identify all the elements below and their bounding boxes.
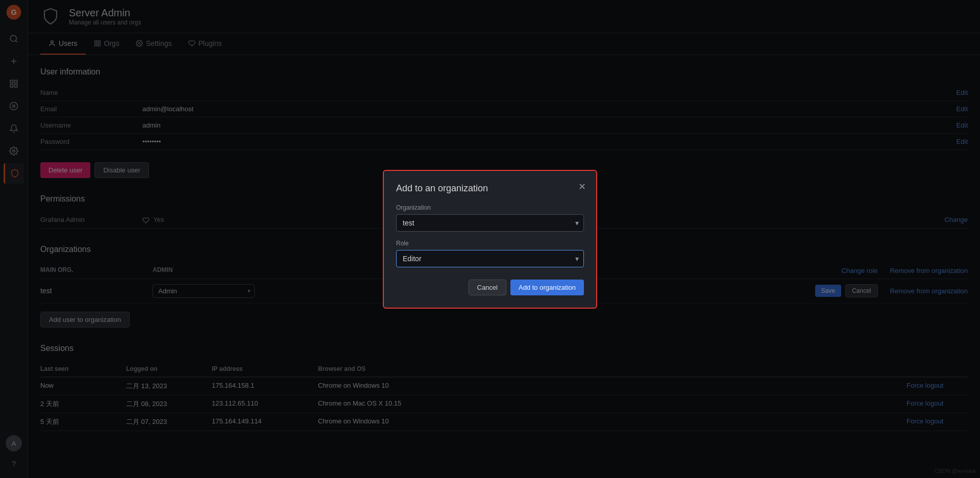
role-select-wrapper: Viewer Editor Admin [396, 250, 584, 267]
modal-confirm-button[interactable]: Add to organization [510, 280, 584, 295]
modal-cancel-button[interactable]: Cancel [469, 280, 506, 295]
modal-overlay: Add to an organization ✕ Organization te… [0, 0, 980, 478]
org-select[interactable]: test Main Org. [396, 214, 584, 232]
role-field-label: Role [396, 240, 584, 247]
role-select[interactable]: Viewer Editor Admin [396, 250, 584, 267]
modal-close-button[interactable]: ✕ [576, 179, 588, 194]
modal-title: Add to an organization [396, 183, 584, 194]
org-field-label: Organization [396, 204, 584, 211]
modal-actions: Cancel Add to organization [396, 280, 584, 295]
org-select-wrapper: test Main Org. [396, 214, 584, 232]
add-to-org-modal: Add to an organization ✕ Organization te… [383, 170, 597, 309]
org-field: Organization test Main Org. [396, 204, 584, 232]
role-field: Role Viewer Editor Admin [396, 240, 584, 267]
